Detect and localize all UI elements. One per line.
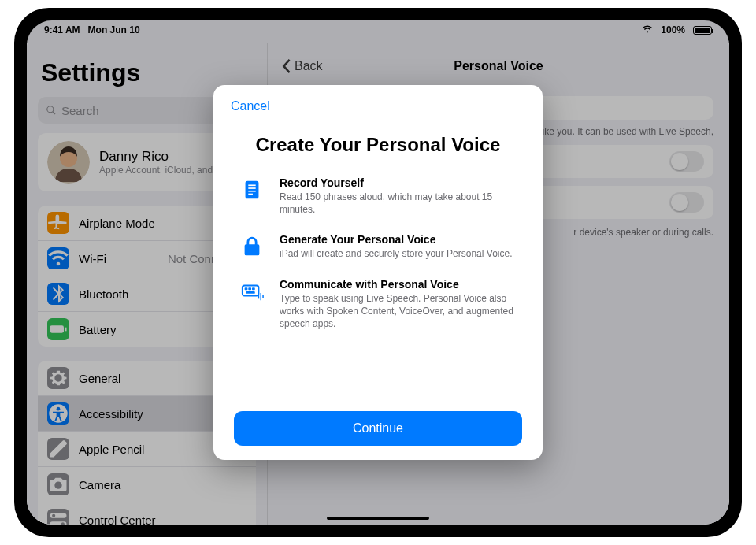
modal-item-title: Generate Your Personal Voice — [280, 233, 517, 246]
cancel-button[interactable]: Cancel — [228, 98, 273, 115]
svg-rect-27 — [248, 194, 253, 195]
screen: 9:41 AM Mon Jun 10 100% Settings Search — [27, 20, 729, 525]
svg-rect-32 — [246, 291, 255, 294]
svg-rect-26 — [248, 191, 255, 192]
modal-item-title: Communicate with Personal Voice — [280, 278, 517, 291]
modal-item-title: Record Yourself — [280, 176, 517, 189]
svg-rect-30 — [248, 287, 251, 290]
modal-info-item: Communicate with Personal VoiceType to s… — [239, 278, 517, 331]
svg-rect-24 — [248, 184, 255, 186]
modal-info-item: Record YourselfRead 150 phrases aloud, w… — [239, 176, 517, 216]
personal-voice-modal: Cancel Create Your Personal Voice Record… — [213, 85, 543, 460]
svg-rect-28 — [243, 285, 259, 295]
modal-info-item: Generate Your Personal VoiceiPad will cr… — [239, 233, 517, 260]
svg-rect-23 — [246, 181, 259, 199]
ipad-frame: 9:41 AM Mon Jun 10 100% Settings Search — [14, 8, 742, 537]
modal-item-desc: Read 150 phrases aloud, which may take a… — [280, 191, 517, 216]
home-indicator[interactable] — [327, 517, 429, 520]
lock-icon — [239, 233, 265, 260]
svg-rect-25 — [248, 187, 255, 189]
modal-item-desc: iPad will create and securely store your… — [280, 247, 517, 260]
svg-rect-31 — [252, 287, 255, 290]
modal-title: Create Your Personal Voice — [235, 134, 521, 156]
keyboard-sound-icon — [239, 278, 265, 305]
page-icon — [239, 176, 265, 203]
svg-rect-29 — [245, 287, 248, 290]
continue-button[interactable]: Continue — [234, 411, 522, 446]
modal-item-desc: Type to speak using Live Speech. Persona… — [280, 292, 517, 331]
